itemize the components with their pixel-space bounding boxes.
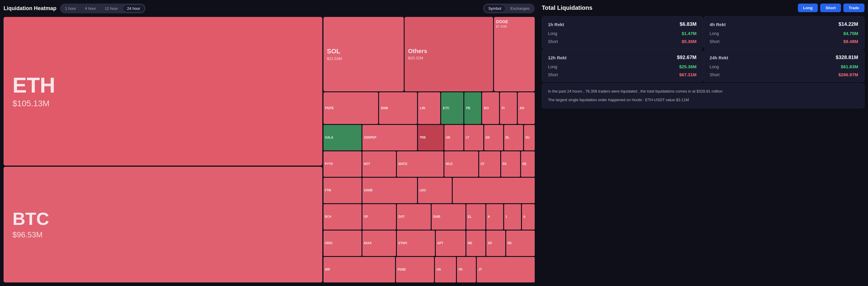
op-cell[interactable]: OP	[363, 204, 396, 229]
link-cell[interactable]: LIN	[418, 92, 440, 124]
action-buttons: Long Short Trade	[798, 4, 864, 12]
stat-long-24h: $61.83M	[841, 64, 858, 69]
xr-cell[interactable]: XR	[486, 230, 505, 256]
rs-cell[interactable]: RS	[501, 151, 520, 177]
mini-row-5: FTM 1000B LDO	[323, 178, 535, 203]
right-panel: Total Liquidations Long Short Trade 1h R…	[538, 0, 868, 286]
doge-cell[interactable]: DOGE $7.42M	[494, 17, 534, 92]
wif-cell[interactable]: WIF	[323, 257, 395, 282]
ne-cell[interactable]: NE	[521, 151, 535, 177]
stat-card-12h: 12h Rekt $92.67M Long $25.36M Short $67.…	[542, 49, 703, 82]
ldo-cell[interactable]: LDO	[418, 178, 452, 203]
en-cell[interactable]: EN	[484, 125, 503, 150]
un2-cell[interactable]: UN	[435, 257, 456, 282]
info-line2: The largest single liquidation order hap…	[548, 97, 858, 103]
others-name: Others	[408, 48, 427, 55]
ftm-cell[interactable]: FTM	[323, 178, 362, 203]
avax-cell[interactable]: AVAX	[363, 230, 396, 256]
others-cell[interactable]: Others $20.32M	[405, 17, 493, 92]
btc-name: BTC	[12, 210, 49, 228]
heatmap-area: ETH $105.13M BTC $96.53M SOL $21.53M	[4, 17, 535, 282]
pyth-cell[interactable]: PYTH	[323, 151, 362, 177]
right-title: Total Liquidations	[542, 4, 593, 11]
un-cell[interactable]: UN	[444, 125, 463, 150]
time-btn-24h[interactable]: 24 hour	[123, 4, 145, 12]
wld-cell[interactable]: WLD	[444, 151, 478, 177]
el-cell[interactable]: EL	[466, 204, 486, 229]
stat-short-12h: $67.31M	[679, 72, 696, 77]
ethfi-cell[interactable]: ETHFI	[397, 230, 435, 256]
btc-value: $96.53M	[12, 230, 42, 240]
su-cell[interactable]: SU	[524, 125, 535, 150]
pe-cell[interactable]: PE	[464, 92, 481, 124]
long-button[interactable]: Long	[798, 4, 818, 12]
sol-cell[interactable]: SOL $21.53M	[323, 17, 404, 92]
stat-long-label-4h: Long	[710, 31, 719, 36]
fi-cell[interactable]: FI	[500, 92, 517, 124]
mini-row-8: WIF PEND UN FR JT	[323, 257, 535, 282]
bnb-cell[interactable]: BNB	[379, 92, 417, 124]
stat-total-24h: $328.81M	[836, 55, 858, 61]
stat-short-label-12h: Short	[548, 72, 558, 77]
cf-cell[interactable]: CF	[479, 151, 500, 177]
kpepe-cell[interactable]: 1000PEP	[363, 125, 417, 150]
stat-title-1h: 1h Rekt	[548, 22, 564, 27]
stat-long-1h: $1.47M	[682, 31, 696, 36]
pepe-cell[interactable]: PEPE	[323, 92, 378, 124]
matic-cell[interactable]: MATIC	[397, 151, 443, 177]
stat-card-4h: 4h Rekt $14.22M Long $4.75M Short $9.48M	[704, 16, 864, 49]
left-panel: Liquidation Heatmap 1 hour 4 hour 12 hou…	[0, 0, 538, 286]
trade-button[interactable]: Trade	[843, 4, 864, 12]
stat-title-12h: 12h Rekt	[548, 55, 567, 60]
stat-total-1h: $6.83M	[680, 21, 696, 27]
filter-btn-exchanges[interactable]: Exchanges	[506, 4, 533, 12]
kbtc-cell[interactable]: 1000B	[363, 178, 417, 203]
apt-cell[interactable]: APT	[436, 230, 465, 256]
app-container: Liquidation Heatmap 1 hour 4 hour 12 hou…	[0, 0, 868, 286]
dot-cell[interactable]: DOT	[397, 204, 431, 229]
a2-cell[interactable]: 1	[504, 204, 521, 229]
ordi-cell[interactable]: ORDI	[323, 230, 362, 256]
stat-long-12h: $25.36M	[679, 64, 696, 69]
etc-cell[interactable]: ETC	[441, 92, 463, 124]
gala-cell[interactable]: GALA	[323, 125, 362, 150]
mini-row-6: BCH OP DOT SHIB EL	[323, 204, 535, 229]
stats-grid: 1h Rekt $6.83M Long $1.47M Short $5.36M …	[542, 16, 864, 82]
bo-cell[interactable]: BO	[482, 92, 499, 124]
sol-name: SOL	[327, 47, 340, 55]
stat-short-1h: $5.36M	[682, 39, 696, 44]
pend-cell[interactable]: PEND	[396, 257, 434, 282]
trb-cell[interactable]: TRB	[418, 125, 443, 150]
re-cell[interactable]: RE	[506, 230, 535, 256]
time-btn-12h[interactable]: 12 hour	[101, 4, 122, 12]
app-title: Liquidation Heatmap	[4, 5, 57, 11]
right-header: Total Liquidations Long Short Trade	[542, 4, 864, 12]
me-cell[interactable]: ME	[466, 230, 486, 256]
stat-short-label-24h: Short	[710, 72, 719, 77]
stat-card-24h: 24h Rekt $328.81M Long $61.83M Short $26…	[704, 49, 864, 82]
stat-total-4h: $14.22M	[839, 21, 858, 27]
a1-cell[interactable]: A	[486, 204, 503, 229]
filter-buttons: Symbol Exchanges	[483, 4, 535, 13]
jt-cell[interactable]: JT	[477, 257, 534, 282]
ad-cell[interactable]: AD	[518, 92, 535, 124]
av-cell[interactable]: A	[522, 204, 535, 229]
row-mid1: PEPE BNB LIN ETC PE BO	[323, 92, 535, 124]
not-cell[interactable]: NOT	[363, 151, 396, 177]
time-btn-1h[interactable]: 1 hour	[61, 4, 80, 12]
eth-cell[interactable]: ETH $105.13M	[4, 17, 322, 166]
stat-title-24h: 24h Rekt	[710, 55, 728, 60]
bch-cell[interactable]: BCH	[323, 204, 362, 229]
filter-btn-symbol[interactable]: Symbol	[484, 4, 505, 12]
row-top: SOL $21.53M Others $20.32M DOGE $7.42M	[323, 17, 535, 92]
shib-cell[interactable]: SHIB	[432, 204, 465, 229]
btc-cell[interactable]: BTC $96.53M	[4, 167, 322, 282]
bl-cell[interactable]: BL	[504, 125, 523, 150]
short-button[interactable]: Short	[820, 4, 841, 12]
fr-cell[interactable]: FR	[457, 257, 476, 282]
eth-name: ETH	[12, 74, 55, 96]
stat-short-label-4h: Short	[710, 39, 719, 44]
time-btn-4h[interactable]: 4 hour	[81, 4, 100, 12]
lt-cell[interactable]: LT	[464, 125, 483, 150]
small-cells: SOL $21.53M Others $20.32M DOGE $7.42M	[323, 17, 535, 282]
